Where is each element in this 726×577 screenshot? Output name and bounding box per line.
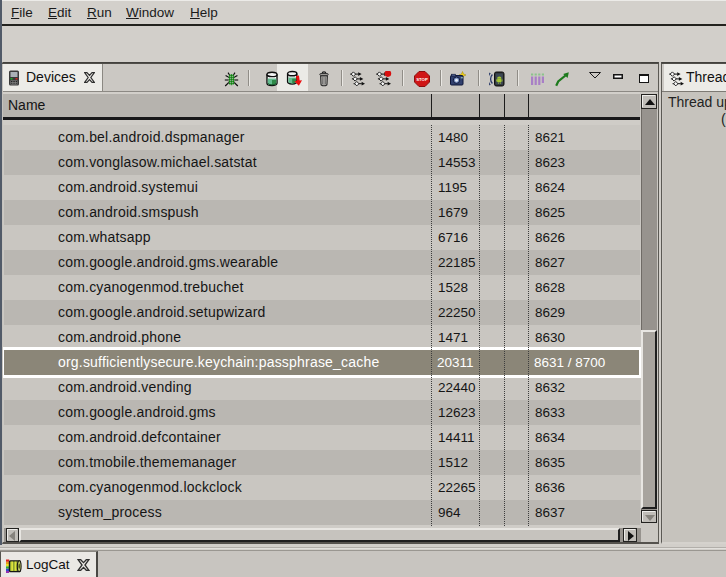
svg-text:STOP: STOP [416, 77, 428, 82]
